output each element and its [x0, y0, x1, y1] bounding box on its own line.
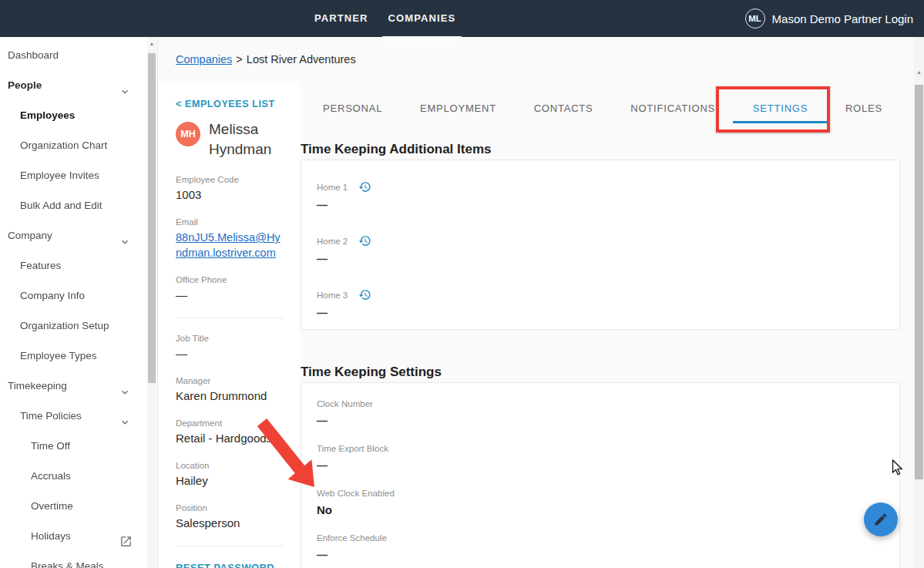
sidebar-scrollbar[interactable]: ▲ — [147, 37, 156, 568]
tab-personal[interactable]: PERSONAL — [323, 96, 382, 123]
sidebar-item-label: Breaks & Meals — [31, 560, 104, 568]
sidebar-item-timekeeping[interactable]: Timekeeping — [0, 371, 145, 401]
panel-field-manager: Manager Karen Drummond — [176, 376, 293, 404]
field-label: Enforce Schedule — [317, 533, 387, 543]
sidebar-item-dashboard[interactable]: Dashboard — [0, 40, 145, 70]
sidebar-item-label: Time Policies — [20, 410, 82, 422]
sidebar-item-holidays[interactable]: Holidays — [0, 521, 145, 551]
edit-fab-button[interactable] — [864, 502, 898, 536]
field-value: — — [317, 458, 884, 473]
tab-notifications[interactable]: NOTIFICATIONS — [630, 96, 715, 123]
navbar-tab-companies[interactable]: COMPANIES — [388, 0, 456, 37]
tab-employment[interactable]: EMPLOYMENT — [420, 96, 496, 123]
field-label: Location — [176, 461, 293, 471]
field-label: Position — [176, 503, 293, 513]
top-navbar: PARTNER COMPANIES ML Mason Demo Partner … — [0, 0, 924, 37]
field-value: — — [176, 346, 293, 361]
sidebar-item-company[interactable]: Company — [0, 220, 145, 250]
field-value: — — [317, 413, 884, 429]
tab-roles[interactable]: ROLES — [845, 96, 882, 123]
chevron-down-icon — [119, 79, 131, 92]
sidebar-items: Dashboard People Employees Organization … — [0, 37, 157, 568]
sidebar-item-breaks-meals[interactable]: Breaks & Meals — [0, 551, 145, 568]
sidebar-item-time-policies[interactable]: Time Policies — [0, 401, 145, 431]
sidebar-item-employee-invites[interactable]: Employee Invites — [0, 160, 145, 190]
field-value: — — [317, 251, 884, 267]
sidebar-scrollbar-thumb[interactable] — [148, 53, 156, 383]
sidebar-item-label: Bulk Add and Edit — [20, 200, 102, 211]
sidebar-item-bulk-add-and-edit[interactable]: Bulk Add and Edit — [0, 190, 145, 220]
navbar-tab-partner[interactable]: PARTNER — [314, 0, 368, 37]
field-value: Salesperson — [176, 516, 293, 531]
sidebar-item-label: Overtime — [31, 500, 73, 512]
sidebar-item-label: Accruals — [31, 470, 71, 482]
field-value: Hailey — [176, 473, 293, 489]
reset-password-button[interactable]: RESET PASSWORD — [176, 562, 293, 568]
field-value: — — [317, 197, 884, 213]
sidebar-item-label: Employees — [20, 109, 75, 121]
panel-field-email: Email 88nJU5.Melissa@Hyndman.lostriver.c… — [176, 217, 293, 260]
user-avatar: ML — [745, 8, 765, 29]
field-clock-number: Clock Number — — [317, 398, 884, 429]
field-time-export-block: Time Export Block — — [317, 443, 884, 473]
tab-contacts[interactable]: CONTACTS — [534, 96, 593, 123]
chevron-down-icon — [119, 230, 131, 242]
sidebar-item-label: Organization Chart — [20, 139, 107, 151]
external-link-icon — [119, 529, 133, 543]
divider — [176, 318, 284, 318]
field-value: Retail - Hardgoods — [176, 431, 293, 446]
field-label: Job Title — [176, 334, 293, 344]
sidebar-item-label: Timekeeping — [8, 380, 67, 392]
sidebar-item-overtime[interactable]: Overtime — [0, 491, 145, 521]
sidebar-item-label: Time Off — [31, 440, 70, 452]
sidebar-item-employees[interactable]: Employees — [0, 100, 145, 130]
sidebar-item-employee-types[interactable]: Employee Types — [0, 341, 145, 371]
chevron-down-icon — [119, 410, 131, 422]
field-label: Web Clock Enabled — [317, 488, 395, 499]
sidebar-item-accruals[interactable]: Accruals — [0, 461, 145, 491]
page-scrollbar[interactable]: ▲ — [914, 37, 924, 568]
sidebar-item-people[interactable]: People — [0, 70, 145, 100]
pencil-icon — [873, 512, 889, 527]
history-icon[interactable] — [358, 180, 371, 193]
sidebar-item-features[interactable]: Features — [0, 250, 145, 281]
employee-detail-main: PERSONAL EMPLOYMENT CONTACTS NOTIFICATIO… — [301, 37, 924, 568]
timekeeping-settings-card: Clock Number — Time Export Block — W — [301, 382, 900, 568]
field-label: Department — [176, 418, 293, 429]
scroll-up-icon[interactable]: ▲ — [147, 41, 156, 46]
panel-item — [176, 546, 293, 546]
field-value: — — [176, 287, 293, 303]
navbar-tabs: PARTNER COMPANIES — [314, 0, 455, 37]
field-home-3: Home 3 — — [317, 288, 884, 321]
back-to-employees-list-link[interactable]: < EMPLOYEES LIST — [176, 99, 293, 109]
field-value: Karen Drummond — [176, 388, 293, 404]
breadcrumb-companies-link[interactable]: Companies — [176, 53, 232, 66]
sidebar-item-label: People — [8, 79, 42, 91]
content-area: Companies>Lost River Adventures < EMPLOY… — [159, 37, 924, 568]
sidebar-item-label: Employee Invites — [20, 170, 99, 181]
user-account-menu[interactable]: ML Mason Demo Partner Login — [745, 0, 913, 37]
scroll-up-icon[interactable]: ▲ — [914, 69, 924, 75]
sidebar-item-label: Company Info — [20, 290, 85, 301]
field-label: Home 2 — [317, 236, 348, 247]
page-scrollbar-thumb[interactable] — [915, 85, 923, 479]
sidebar-nav: Dashboard People Employees Organization … — [0, 37, 158, 568]
employee-name: Melissa Hyndman — [209, 119, 286, 160]
history-icon[interactable] — [358, 288, 371, 301]
divider — [176, 546, 284, 546]
sidebar-item-time-off[interactable]: Time Off — [0, 431, 145, 461]
field-value: — — [317, 305, 884, 321]
field-home-1: Home 1 — — [317, 180, 884, 213]
timekeeping-additional-items-card: Home 1 — Home 2 — — [301, 160, 900, 330]
field-label: Manager — [176, 376, 293, 386]
sidebar-item-organization-setup[interactable]: Organization Setup — [0, 311, 145, 341]
field-value: — — [317, 547, 884, 563]
employee-fields: Employee Code 1003 Email 88nJU5.Melissa@… — [176, 175, 293, 546]
field-label: Time Export Block — [317, 443, 388, 454]
sidebar-item-company-info[interactable]: Company Info — [0, 281, 145, 311]
sidebar-item-organization-chart[interactable]: Organization Chart — [0, 130, 145, 160]
field-value[interactable]: 88nJU5.Melissa@Hyndman.lostriver.com — [176, 230, 281, 260]
section-title-timekeeping-settings: Time Keeping Settings — [301, 365, 442, 380]
section-title-timekeeping-additional-items: Time Keeping Additional Items — [301, 142, 491, 157]
history-icon[interactable] — [358, 234, 371, 247]
